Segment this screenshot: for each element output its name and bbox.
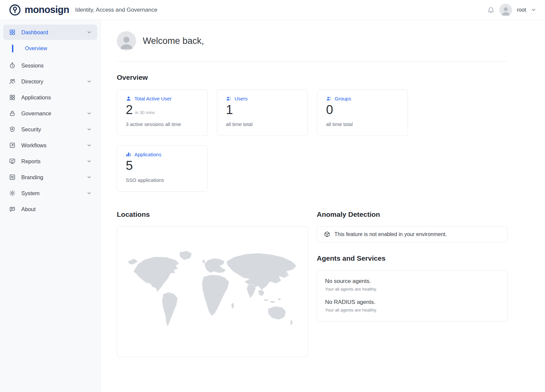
topbar-actions: root [487,4,536,16]
cube-icon [324,231,330,238]
dashboard-icon [9,29,16,36]
anomaly-card: This feature is not enabled in your envi… [317,226,508,242]
chevron-down-icon [87,111,92,116]
sidebar-item-overview[interactable]: Overview [3,41,97,56]
agents-card: No source agents. Your all agents are he… [317,270,508,322]
sidebar-item-dashboard[interactable]: Dashboard [3,25,97,40]
stat-label: Users [235,96,248,101]
anomaly-message: This feature is not enabled in your envi… [334,231,447,237]
agent-heading: No RADIUS agents. [325,299,499,306]
welcome-avatar [117,31,136,51]
lock-icon [9,110,16,117]
directory-users-icon [9,78,16,85]
user-menu-chevron-down-icon[interactable] [531,7,536,13]
monosign-logo-icon [9,4,21,16]
agent-entry-source: No source agents. Your all agents are he… [325,278,499,292]
locations-section-title: Locations [117,210,308,218]
sidebar-item-directory[interactable]: Directory [3,74,97,89]
welcome-text: Welcome back, [143,36,204,46]
person-icon [126,96,131,101]
branding-sliders-icon [9,174,16,181]
stat-footer: 3 active sessions all time [126,121,199,127]
chevron-down-icon [87,159,92,164]
sidebar-item-governance[interactable]: Governance [3,106,97,121]
gear-icon [9,190,16,197]
chevron-down-icon [87,191,92,196]
sidebar-item-security[interactable]: Security [3,122,97,137]
world-map [120,230,305,353]
sidebar-item-applications[interactable]: Applications [3,90,97,105]
sidebar-item-system[interactable]: System [3,186,97,201]
stat-label: Total Active User [134,96,172,101]
sidebar: Dashboard Overview Sessions [0,20,101,392]
topbar: monosign Identity, Access and Governance… [0,0,545,20]
locations-map-card [117,226,308,357]
stat-footer: all time total [326,121,399,127]
stat-value: 2 [126,103,133,117]
chevron-down-icon [87,143,92,148]
stat-label: Applications [134,152,161,157]
stat-card-groups: Groups 0 all time total [317,89,408,136]
agent-heading: No source agents. [325,278,499,285]
users-icon [226,96,232,101]
notifications-bell-icon[interactable] [487,6,495,14]
stat-card-applications: Applications 5 SSO applications [117,145,208,192]
agent-detail: Your all agents are healthy. [325,287,499,292]
stat-value: 1 [226,103,233,117]
anomaly-section-title: Anomaly Detection [317,210,508,218]
agent-detail: Your all agents are healthy. [325,308,499,313]
agents-section-title: Agents and Services [317,254,508,262]
chevron-down-icon [87,30,92,35]
welcome-header: Welcome back, [117,31,508,51]
groups-icon [326,96,332,101]
sidebar-item-about[interactable]: About [3,201,97,217]
shield-icon [9,126,16,133]
chevron-down-icon [87,175,92,180]
overview-section-title: Overview [117,73,508,81]
brand-name: monosign [25,4,69,15]
chevron-down-icon [87,127,92,132]
user-name[interactable]: root [517,7,526,13]
applications-stat-icon [126,152,131,157]
user-avatar[interactable] [499,4,512,16]
chevron-down-icon [87,79,92,84]
stats-grid: Total Active User 2 in 30 mins 3 active … [117,89,508,192]
stat-label: Groups [335,96,351,101]
brand: monosign Identity, Access and Governance [9,4,157,16]
stat-value: 0 [326,103,333,117]
sidebar-item-workflows[interactable]: Workflows [3,138,97,153]
stat-suffix: in 30 mins [135,110,155,115]
stat-footer: all time total [226,121,299,127]
main-content: Welcome back, Overview Total Active User… [101,20,545,392]
stat-card-users: Users 1 all time total [217,89,308,136]
sidebar-item-reports[interactable]: Reports [3,154,97,169]
agent-entry-radius: No RADIUS agents. Your all agents are he… [325,299,499,313]
stat-card-total-active-user: Total Active User 2 in 30 mins 3 active … [117,89,208,136]
stat-value: 5 [126,159,133,173]
sessions-icon [9,62,16,69]
applications-icon [9,94,16,101]
workflows-icon [9,142,16,149]
sidebar-item-branding[interactable]: Branding [3,170,97,185]
sidebar-item-sessions[interactable]: Sessions [3,58,97,73]
brand-tagline: Identity, Access and Governance [75,7,157,13]
divider [117,61,508,62]
about-chat-icon [9,205,16,213]
active-indicator [12,45,13,53]
reports-icon [9,158,16,165]
stat-footer: SSO applications [126,177,199,183]
